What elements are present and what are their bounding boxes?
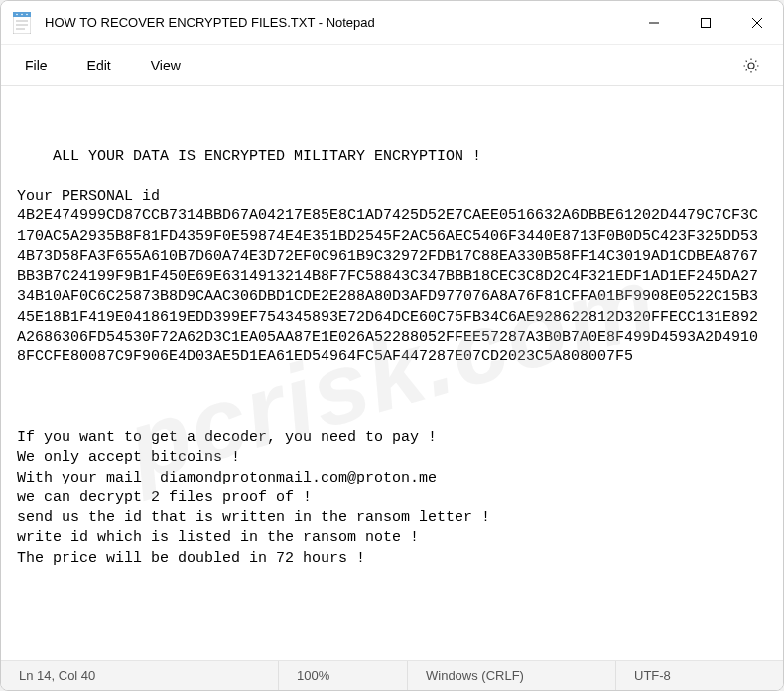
- svg-point-3: [21, 13, 23, 15]
- minimize-button[interactable]: [628, 1, 680, 45]
- document-text: ALL YOUR DATA IS ENCRYPTED MILITARY ENCR…: [17, 148, 758, 567]
- line-ending: Windows (CRLF): [408, 661, 616, 690]
- encoding: UTF-8: [616, 661, 783, 690]
- text-editor[interactable]: pcrisk.com ALL YOUR DATA IS ENCRYPTED MI…: [1, 86, 783, 660]
- menu-file[interactable]: File: [5, 52, 67, 79]
- svg-point-2: [16, 13, 18, 15]
- menubar: File Edit View: [1, 45, 783, 86]
- window-title: HOW TO RECOVER ENCRYPTED FILES.TXT - Not…: [45, 15, 628, 30]
- close-button[interactable]: [731, 1, 783, 45]
- titlebar: HOW TO RECOVER ENCRYPTED FILES.TXT - Not…: [1, 1, 783, 45]
- notepad-window: HOW TO RECOVER ENCRYPTED FILES.TXT - Not…: [0, 0, 784, 691]
- window-controls: [628, 1, 783, 44]
- menu-view[interactable]: View: [131, 52, 200, 79]
- zoom-level[interactable]: 100%: [279, 661, 408, 690]
- svg-rect-9: [702, 18, 711, 27]
- cursor-position: Ln 14, Col 40: [1, 661, 279, 690]
- svg-point-4: [26, 13, 28, 15]
- settings-button[interactable]: [731, 46, 771, 85]
- gear-icon: [742, 57, 760, 74]
- maximize-button[interactable]: [680, 1, 731, 45]
- statusbar: Ln 14, Col 40 100% Windows (CRLF) UTF-8: [1, 660, 783, 690]
- notepad-icon: [13, 12, 31, 34]
- menu-edit[interactable]: Edit: [67, 52, 131, 79]
